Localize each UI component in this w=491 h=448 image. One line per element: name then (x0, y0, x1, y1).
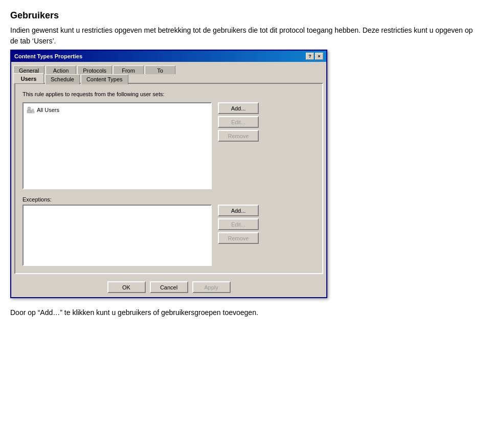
users-edit-button[interactable]: Edit... (218, 116, 259, 128)
dialog-footer: OK Cancel Apply (11, 277, 326, 297)
svg-rect-2 (31, 111, 34, 113)
help-button[interactable]: ? (306, 53, 314, 60)
cancel-button[interactable]: Cancel (150, 281, 188, 293)
dialog-titlebar: Content Types Properties ? × (11, 51, 326, 62)
exceptions-section: Add... Edit... Remove (23, 205, 315, 266)
user-item-label: All Users (37, 107, 59, 113)
exceptions-label: Exceptions: (23, 196, 315, 203)
svg-point-3 (32, 109, 34, 111)
exceptions-listbox[interactable] (23, 205, 212, 266)
tabs-row1: General Action Protocols From To (11, 62, 326, 73)
tab-schedule[interactable]: Schedule (45, 74, 80, 84)
ok-button[interactable]: OK (107, 281, 146, 293)
page-paragraph: Indien gewenst kunt u restricties opgeve… (10, 25, 481, 47)
tab-protocols[interactable]: Protocols (77, 65, 112, 74)
list-item: All Users (26, 105, 209, 115)
svg-rect-0 (27, 110, 31, 113)
exceptions-add-button[interactable]: Add... (218, 205, 259, 216)
users-section: All Users Add... Edit... Remove (23, 102, 315, 189)
exceptions-remove-button[interactable]: Remove (218, 232, 259, 244)
tab-to[interactable]: To (145, 65, 175, 74)
close-button[interactable]: × (315, 53, 323, 60)
exceptions-edit-button[interactable]: Edit... (218, 218, 259, 230)
bottom-text: Door op “Add…” te klikken kunt u gebruik… (10, 308, 481, 317)
tab-action[interactable]: Action (46, 65, 76, 74)
users-add-button[interactable]: Add... (218, 102, 259, 114)
dialog-window: Content Types Properties ? × General Act… (10, 50, 327, 298)
exceptions-btn-group: Add... Edit... Remove (218, 205, 259, 244)
user-icon (27, 106, 35, 114)
tab-content-area: This rule applies to requests from the f… (14, 83, 323, 274)
tabs-row2: Users Schedule Content Types (11, 73, 326, 83)
dialog-title: Content Types Properties (14, 53, 82, 59)
tab-from[interactable]: From (113, 65, 144, 74)
apply-button[interactable]: Apply (192, 281, 231, 293)
titlebar-buttons: ? × (306, 53, 323, 60)
tab-content-types[interactable]: Content Types (81, 74, 128, 84)
users-listbox[interactable]: All Users (23, 102, 212, 189)
users-btn-group: Add... Edit... Remove (218, 102, 259, 142)
users-remove-button[interactable]: Remove (218, 130, 259, 142)
section-description: This rule applies to requests from the f… (23, 91, 315, 97)
page-title: Gebruikers (10, 10, 481, 21)
tab-users[interactable]: Users (13, 73, 44, 83)
svg-point-1 (28, 107, 31, 110)
